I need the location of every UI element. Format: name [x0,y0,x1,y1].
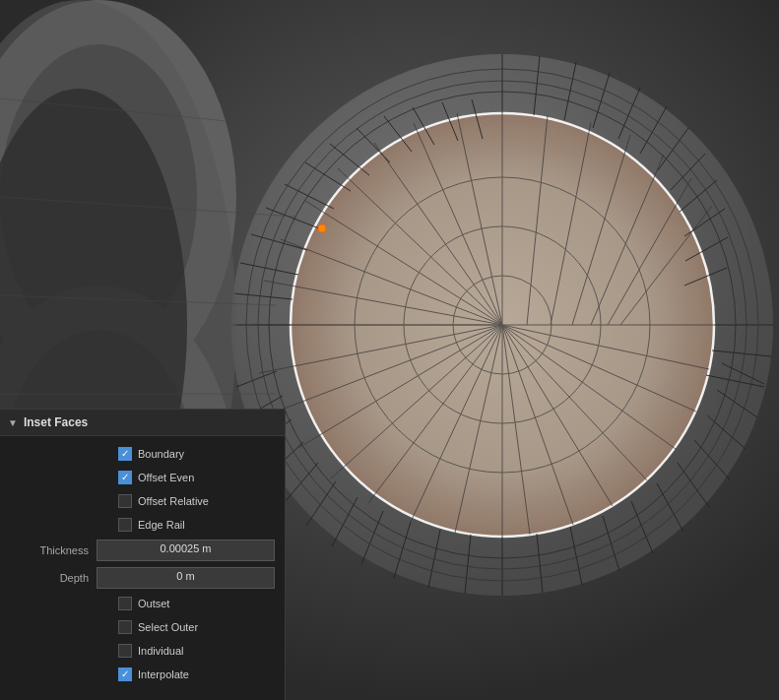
depth-field[interactable]: 0 m [97,567,275,589]
boundary-label: Boundary [138,448,184,460]
offset-relative-label: Offset Relative [138,495,209,507]
edge-rail-checkbox[interactable] [118,518,132,532]
panel-body: Boundary Offset Even Offset Relative [0,436,285,692]
inset-faces-panel: ▼ Inset Faces Boundary Offset Even [0,409,286,700]
select-outer-row: Select Outer [0,615,285,639]
outset-checkbox-wrapper[interactable]: Outset [118,597,169,610]
select-outer-checkbox[interactable] [118,620,132,634]
outset-row: Outset [0,592,285,615]
offset-relative-checkbox-wrapper[interactable]: Offset Relative [118,494,209,508]
depth-row: Depth 0 m [0,564,285,592]
svg-point-99 [318,224,326,232]
offset-even-row: Offset Even [0,466,285,489]
panel-title: Inset Faces [24,415,88,429]
boundary-row: Boundary [0,442,285,466]
interpolate-checkbox[interactable] [118,668,132,681]
panel-header[interactable]: ▼ Inset Faces [0,410,285,436]
individual-row: Individual [0,639,285,663]
depth-label: Depth [10,572,89,584]
individual-label: Individual [138,645,183,657]
edge-rail-row: Edge Rail [0,513,285,537]
interpolate-row: Interpolate [0,663,285,686]
offset-even-label: Offset Even [138,472,194,483]
offset-even-checkbox-wrapper[interactable]: Offset Even [118,471,194,484]
select-outer-checkbox-wrapper[interactable]: Select Outer [118,620,198,634]
panel-collapse-arrow: ▼ [8,417,18,428]
outset-label: Outset [138,598,169,609]
individual-checkbox[interactable] [118,644,132,658]
edge-rail-label: Edge Rail [138,519,185,531]
boundary-checkbox[interactable] [118,447,132,461]
interpolate-label: Interpolate [138,668,189,680]
thickness-row: Thickness 0.00025 m [0,537,285,564]
outset-checkbox[interactable] [118,597,132,610]
offset-even-checkbox[interactable] [118,471,132,484]
edge-rail-checkbox-wrapper[interactable]: Edge Rail [118,518,185,532]
offset-relative-row: Offset Relative [0,489,285,513]
select-outer-label: Select Outer [138,621,198,633]
thickness-label: Thickness [10,544,89,556]
offset-relative-checkbox[interactable] [118,494,132,508]
interpolate-checkbox-wrapper[interactable]: Interpolate [118,668,189,681]
thickness-field[interactable]: 0.00025 m [97,540,275,561]
individual-checkbox-wrapper[interactable]: Individual [118,644,183,658]
boundary-checkbox-wrapper[interactable]: Boundary [118,447,184,461]
